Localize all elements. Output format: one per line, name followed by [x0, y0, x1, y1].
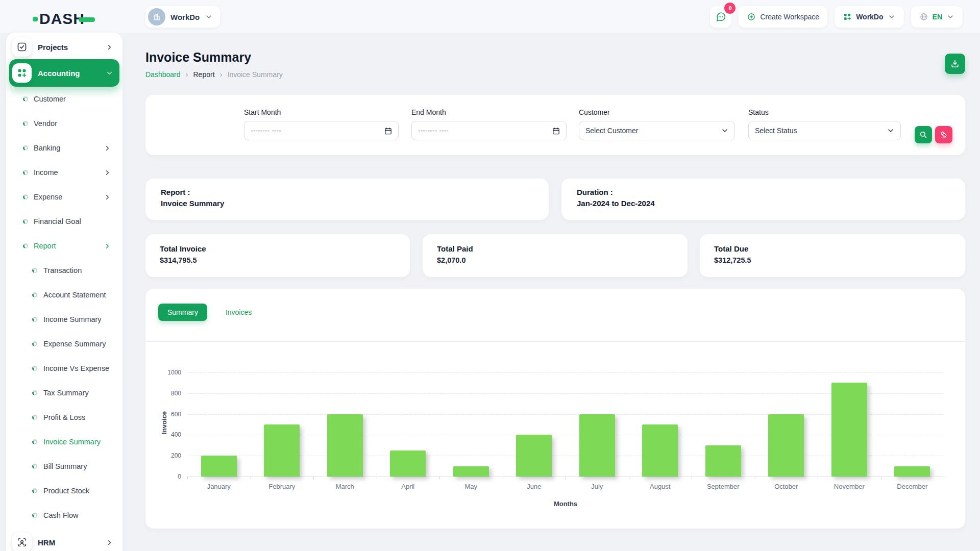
sidebar-item-label: Income — [34, 168, 58, 177]
start-month-value[interactable] — [251, 127, 392, 135]
bar-october[interactable] — [768, 414, 804, 477]
breadcrumb-item-report[interactable]: Report — [193, 70, 215, 79]
total-card-total-paid: Total Paid$2,070.0 — [423, 234, 688, 277]
messages-button[interactable]: 0 — [710, 6, 731, 28]
start-month-label: Start Month — [244, 108, 399, 116]
language-selector[interactable]: EN — [911, 6, 963, 28]
gridline — [187, 393, 944, 394]
sidebar-item-label: Expense — [34, 193, 62, 201]
sidebar-item-vendor[interactable]: Vendor — [6, 111, 122, 136]
x-tick-label: January — [187, 483, 251, 490]
x-axis-tick — [566, 477, 566, 479]
sidebar-item-income-vs-expense[interactable]: Income Vs Expense — [6, 356, 122, 381]
chevron-down-icon — [887, 127, 895, 135]
calendar-icon[interactable] — [552, 127, 560, 135]
status-select[interactable]: Select Status — [748, 121, 901, 140]
sidebar-item-income[interactable]: Income — [6, 160, 122, 185]
customer-select[interactable]: Select Customer — [579, 121, 735, 140]
create-workspace-button[interactable]: Create Workspace — [739, 6, 827, 28]
eraser-icon — [939, 130, 948, 139]
y-tick-label: 400 — [158, 431, 181, 438]
bullet-icon — [32, 317, 37, 322]
sidebar-item-financial-goal[interactable]: Financial Goal — [6, 209, 122, 234]
x-tick-label: April — [377, 483, 440, 490]
bar-september[interactable] — [705, 445, 741, 477]
invoice-bar-chart: 02004006008001000JanuaryFebruaryMarchApr… — [187, 372, 944, 477]
bar-august[interactable] — [642, 424, 678, 477]
bullet-icon — [32, 366, 37, 371]
sidebar-item-bill-summary[interactable]: Bill Summary — [6, 454, 122, 479]
bar-july[interactable] — [579, 414, 615, 477]
sidebar-item-accounting[interactable]: Accounting — [9, 59, 119, 87]
chat-bubble-icon — [715, 11, 726, 22]
sidebar-item-expense[interactable]: Expense — [6, 185, 122, 209]
sidebar-item-product-stock[interactable]: Product Stock — [6, 479, 122, 503]
breadcrumb-separator: › — [186, 70, 188, 79]
bullet-icon — [23, 243, 28, 248]
tab-summary[interactable]: Summary — [158, 304, 207, 321]
bar-january[interactable] — [201, 456, 237, 477]
reset-filter-button[interactable] — [935, 126, 952, 143]
end-month-value[interactable] — [418, 127, 560, 135]
bar-november[interactable] — [831, 383, 867, 477]
chevron-right-icon — [106, 539, 113, 546]
sidebar-item-projects[interactable]: Projects — [11, 36, 117, 58]
breadcrumb-item-invoice-summary: Invoice Summary — [228, 70, 283, 79]
total-card-total-invoice: Total Invoice$314,795.5 — [145, 234, 410, 277]
chevron-right-icon — [104, 242, 111, 250]
grid-plus-icon — [12, 63, 32, 83]
download-button[interactable] — [945, 54, 965, 74]
bullet-icon — [23, 96, 28, 102]
divider — [145, 341, 965, 342]
calendar-icon[interactable] — [384, 127, 393, 135]
globe-icon — [919, 12, 928, 21]
sidebar-item-banking[interactable]: Banking — [6, 136, 122, 160]
brand-logo: DASH — [33, 11, 95, 27]
bullet-icon — [23, 170, 28, 175]
status-group: Status Select Status — [748, 108, 901, 140]
logo-dot-icon — [33, 17, 38, 21]
workdo-menu-button[interactable]: WorkDo — [835, 6, 903, 28]
x-tick-label: February — [251, 483, 314, 490]
x-axis-tick — [439, 477, 440, 479]
sidebar-item-label: Expense Summary — [43, 340, 106, 348]
sidebar-item-report[interactable]: Report — [6, 234, 122, 258]
bar-june[interactable] — [516, 435, 552, 477]
sidebar-item-cash-flow[interactable]: Cash Flow — [6, 503, 122, 528]
start-month-input[interactable] — [244, 121, 399, 140]
status-label: Status — [748, 108, 901, 116]
tab-invoices[interactable]: Invoices — [216, 304, 261, 321]
sidebar-item-transaction[interactable]: Transaction — [6, 258, 122, 283]
user-focus-icon — [12, 533, 32, 551]
bar-april[interactable] — [390, 450, 426, 477]
bar-february[interactable] — [264, 424, 300, 477]
y-tick-label: 600 — [158, 411, 181, 418]
x-axis-tick — [944, 477, 944, 479]
bar-december[interactable] — [894, 466, 930, 477]
apply-filter-button[interactable] — [915, 126, 932, 143]
end-month-input[interactable] — [411, 121, 567, 140]
report-label: Report : — [161, 188, 533, 196]
sidebar-item-profit-loss[interactable]: Profit & Loss — [6, 405, 122, 430]
bar-may[interactable] — [453, 466, 489, 477]
sidebar-item-hrm[interactable]: HRM — [11, 531, 117, 551]
x-tick-label: August — [629, 483, 692, 490]
bar-march[interactable] — [327, 414, 363, 477]
sidebar-item-invoice-summary[interactable]: Invoice Summary — [6, 430, 122, 454]
breadcrumb-item-dashboard[interactable]: Dashboard — [145, 70, 181, 79]
sidebar-item-customer[interactable]: Customer — [6, 87, 122, 111]
logo-text: DASH — [39, 11, 85, 27]
x-axis-tick — [692, 477, 692, 479]
sidebar-item-income-summary[interactable]: Income Summary — [6, 307, 122, 332]
chevron-right-icon — [104, 193, 111, 201]
sidebar-item-expense-summary[interactable]: Expense Summary — [6, 332, 122, 356]
workspace-selector[interactable]: WorkDo — [145, 6, 220, 28]
sidebar-item-label: Transaction — [43, 266, 82, 274]
x-tick-label: September — [692, 483, 755, 490]
sidebar-item-label: Product Stock — [43, 487, 89, 495]
bullet-icon — [23, 121, 28, 126]
chevron-right-icon — [104, 144, 111, 152]
sidebar-item-account-statement[interactable]: Account Statement — [6, 283, 122, 307]
start-month-group: Start Month — [244, 108, 399, 140]
sidebar-item-tax-summary[interactable]: Tax Summary — [6, 381, 122, 405]
